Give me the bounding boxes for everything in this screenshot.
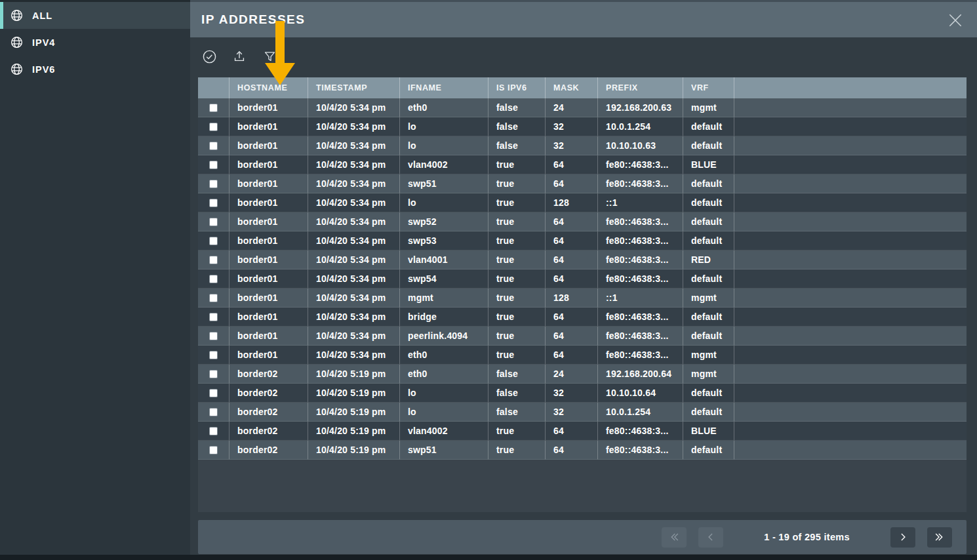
table-row: border01 10/4/20 5:34 pm mgmt true 128 :… bbox=[198, 289, 967, 308]
cell-is-ipv6: false bbox=[488, 384, 546, 403]
cell-prefix: ::1 bbox=[598, 193, 683, 212]
cell-mask: 64 bbox=[546, 250, 598, 270]
select-all-icon[interactable] bbox=[199, 46, 220, 67]
cell-mask: 64 bbox=[546, 155, 598, 174]
row-checkbox[interactable] bbox=[209, 446, 218, 454]
cell-filler bbox=[734, 98, 967, 117]
cell-prefix: fe80::4638:3... bbox=[598, 327, 683, 346]
cell-ifname: lo bbox=[400, 384, 488, 403]
row-checkbox[interactable] bbox=[209, 104, 218, 112]
column-header-vrf[interactable]: VRF bbox=[683, 77, 734, 98]
row-checkbox[interactable] bbox=[209, 256, 218, 264]
cell-ifname: swp52 bbox=[400, 212, 488, 231]
cell-mask: 32 bbox=[546, 136, 598, 155]
pagination-first-button[interactable] bbox=[662, 527, 687, 548]
table-row: border01 10/4/20 5:34 pm bridge true 64 … bbox=[198, 308, 967, 327]
cell-timestamp: 10/4/20 5:34 pm bbox=[308, 155, 400, 174]
cell-filler bbox=[734, 174, 967, 193]
pagination-next-button[interactable] bbox=[890, 527, 915, 548]
cell-mask: 32 bbox=[546, 403, 598, 422]
row-checkbox[interactable] bbox=[209, 180, 218, 188]
export-upload-icon[interactable] bbox=[229, 46, 250, 67]
cell-timestamp: 10/4/20 5:34 pm bbox=[308, 193, 400, 212]
cell-vrf: default bbox=[683, 117, 734, 136]
cell-prefix: fe80::4638:3... bbox=[598, 212, 683, 231]
sidebar-item-all[interactable]: ALL bbox=[0, 2, 190, 29]
cell-ifname: lo bbox=[400, 193, 488, 212]
pagination-prev-button[interactable] bbox=[698, 527, 723, 548]
cell-hostname: border02 bbox=[229, 384, 308, 403]
table-row: border01 10/4/20 5:34 pm eth0 false 24 1… bbox=[198, 98, 967, 117]
cell-mask: 24 bbox=[546, 365, 598, 384]
cell-vrf: BLUE bbox=[683, 422, 734, 441]
cell-vrf: mgmt bbox=[683, 98, 734, 117]
cell-mask: 64 bbox=[546, 212, 598, 231]
row-checkbox[interactable] bbox=[209, 351, 218, 359]
cell-prefix: 192.168.200.64 bbox=[598, 365, 683, 384]
row-checkbox[interactable] bbox=[209, 370, 218, 378]
column-header-prefix[interactable]: PREFIX bbox=[598, 77, 683, 98]
pagination-last-button[interactable] bbox=[927, 527, 952, 548]
sidebar-item-ipv4[interactable]: IPV4 bbox=[0, 29, 190, 56]
cell-hostname: border01 bbox=[229, 231, 308, 250]
cell-timestamp: 10/4/20 5:34 pm bbox=[308, 250, 400, 270]
cell-mask: 64 bbox=[546, 346, 598, 365]
row-checkbox[interactable] bbox=[209, 408, 218, 416]
column-header-mask[interactable]: MASK bbox=[546, 77, 598, 98]
cell-timestamp: 10/4/20 5:19 pm bbox=[308, 384, 400, 403]
cell-ifname: vlan4001 bbox=[400, 250, 488, 270]
row-checkbox[interactable] bbox=[209, 123, 218, 131]
table-row: border01 10/4/20 5:34 pm peerlink.4094 t… bbox=[198, 327, 967, 346]
cell-is-ipv6: true bbox=[488, 289, 546, 308]
column-header-hostname[interactable]: HOSTNAME bbox=[229, 77, 308, 98]
cell-is-ipv6: true bbox=[488, 270, 546, 289]
row-checkbox[interactable] bbox=[209, 332, 218, 340]
cell-ifname: swp51 bbox=[400, 441, 488, 460]
cell-vrf: mgmt bbox=[683, 365, 734, 384]
cell-vrf: RED bbox=[683, 250, 734, 270]
cell-hostname: border02 bbox=[229, 365, 308, 384]
cell-timestamp: 10/4/20 5:34 pm bbox=[308, 308, 400, 327]
table-row: border01 10/4/20 5:34 pm lo true 128 ::1… bbox=[198, 193, 967, 212]
cell-hostname: border01 bbox=[229, 117, 308, 136]
cell-ifname: swp53 bbox=[400, 231, 488, 250]
cell-hostname: border01 bbox=[229, 212, 308, 231]
table-row: border01 10/4/20 5:34 pm swp54 true 64 f… bbox=[198, 270, 967, 289]
column-header-timestamp[interactable]: TIMESTAMP bbox=[308, 77, 400, 98]
column-header-is-ipv6[interactable]: IS IPV6 bbox=[488, 77, 546, 98]
column-header-ifname[interactable]: IFNAME bbox=[400, 77, 488, 98]
cell-timestamp: 10/4/20 5:19 pm bbox=[308, 441, 400, 460]
header-select-column bbox=[198, 77, 229, 98]
cell-is-ipv6: true bbox=[488, 346, 546, 365]
row-checkbox[interactable] bbox=[209, 294, 218, 302]
sidebar-item-label: ALL bbox=[32, 10, 52, 21]
cell-timestamp: 10/4/20 5:34 pm bbox=[308, 231, 400, 250]
row-checkbox[interactable] bbox=[209, 142, 218, 150]
table-row: border01 10/4/20 5:34 pm vlan4002 true 6… bbox=[198, 155, 967, 174]
cell-ifname: vlan4002 bbox=[400, 422, 488, 441]
row-checkbox[interactable] bbox=[209, 427, 218, 435]
close-icon[interactable] bbox=[944, 9, 967, 31]
cell-is-ipv6: true bbox=[488, 441, 546, 460]
cell-timestamp: 10/4/20 5:34 pm bbox=[308, 136, 400, 155]
row-checkbox[interactable] bbox=[209, 275, 218, 283]
cell-hostname: border01 bbox=[229, 155, 308, 174]
cell-is-ipv6: false bbox=[488, 117, 546, 136]
cell-vrf: default bbox=[683, 174, 734, 193]
page-title: IP ADDRESSES bbox=[201, 12, 305, 27]
cell-ifname: lo bbox=[400, 136, 488, 155]
cell-vrf: mgmt bbox=[683, 289, 734, 308]
row-checkbox[interactable] bbox=[209, 161, 218, 169]
cell-hostname: border01 bbox=[229, 289, 308, 308]
row-checkbox[interactable] bbox=[209, 237, 218, 245]
cell-hostname: border02 bbox=[229, 422, 308, 441]
cell-timestamp: 10/4/20 5:34 pm bbox=[308, 174, 400, 193]
cell-vrf: default bbox=[683, 270, 734, 289]
sidebar-item-ipv6[interactable]: IPV6 bbox=[0, 56, 190, 83]
row-checkbox[interactable] bbox=[209, 389, 218, 397]
row-checkbox[interactable] bbox=[209, 199, 218, 207]
cell-timestamp: 10/4/20 5:34 pm bbox=[308, 117, 400, 136]
filter-icon[interactable] bbox=[259, 46, 280, 67]
row-checkbox[interactable] bbox=[209, 313, 218, 321]
row-checkbox[interactable] bbox=[209, 218, 218, 226]
